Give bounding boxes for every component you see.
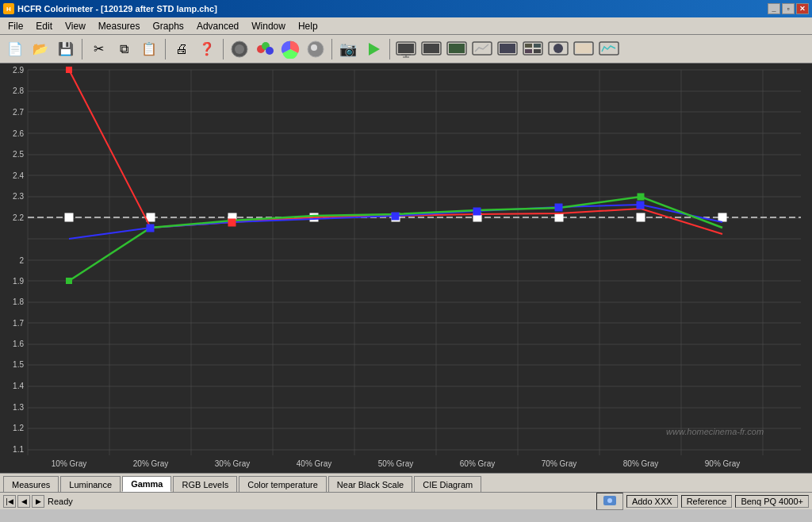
svg-text:2.8: 2.8 (13, 86, 24, 95)
tab-measures[interactable]: Measures (3, 476, 59, 492)
toolbar-color-wheel[interactable] (278, 38, 302, 60)
svg-text:1.5: 1.5 (13, 360, 24, 369)
svg-text:80% Gray: 80% Gray (623, 459, 658, 468)
svg-rect-20 (500, 44, 515, 53)
tab-cie[interactable]: CIE Diagram (414, 476, 481, 492)
toolbar-save[interactable]: 💾 (54, 38, 78, 60)
svg-rect-101 (147, 225, 154, 232)
svg-point-27 (553, 44, 563, 53)
colorimeter-icon (596, 493, 623, 510)
svg-rect-23 (534, 44, 541, 48)
toolbar-view-5[interactable] (496, 38, 519, 60)
svg-text:2.3: 2.3 (13, 192, 24, 201)
tab-gamma[interactable]: Gamma (122, 476, 171, 492)
toolbar-paste[interactable]: 📋 (137, 38, 161, 60)
menu-help[interactable]: Help (292, 17, 324, 34)
device-name: Benq PQ 4000+ (735, 495, 809, 508)
tab-luminance[interactable]: Luminance (60, 476, 121, 492)
toolbar-measure-disc[interactable] (228, 38, 251, 60)
graph-area: 2.9 2.8 2.7 2.6 2.5 2.4 2.3 2.2 2 1.9 1.… (0, 63, 812, 473)
tab-rgb-levels[interactable]: RGB Levels (173, 476, 237, 492)
menu-view[interactable]: View (59, 17, 92, 34)
toolbar-view-9[interactable] (597, 38, 621, 60)
svg-marker-8 (369, 43, 380, 56)
navigation-controls: |◀ ◀ ▶ (3, 495, 44, 508)
svg-text:www.homecinema-fr.com: www.homecinema-fr.com (666, 427, 764, 436)
svg-text:90% Gray: 90% Gray (705, 459, 740, 468)
svg-text:2: 2 (19, 256, 24, 265)
minimize-button[interactable]: _ (768, 3, 780, 14)
toolbar-camera[interactable]: 📷 (336, 38, 360, 60)
svg-rect-100 (638, 194, 644, 200)
toolbar-view-2[interactable] (419, 38, 443, 60)
toolbar-view-8[interactable] (572, 38, 596, 60)
svg-rect-90 (147, 213, 155, 221)
svg-point-7 (311, 44, 317, 51)
toolbar-new[interactable]: 📄 (3, 38, 27, 60)
menu-graphs[interactable]: Graphs (147, 17, 190, 34)
svg-text:60% Gray: 60% Gray (460, 459, 495, 468)
svg-rect-29 (576, 44, 592, 53)
nav-prev[interactable]: ◀ (17, 495, 30, 508)
svg-text:40% Gray: 40% Gray (297, 459, 331, 468)
maximize-button[interactable]: ▫ (782, 3, 795, 14)
svg-rect-104 (555, 204, 562, 211)
svg-text:1.2: 1.2 (13, 424, 24, 432)
nav-next[interactable]: ▶ (32, 495, 44, 508)
tab-color-temperature[interactable]: Color temperature (239, 476, 327, 492)
svg-rect-24 (525, 49, 532, 53)
graph-svg: 2.9 2.8 2.7 2.6 2.5 2.4 2.3 2.2 2 1.9 1.… (0, 63, 812, 473)
toolbar-view-1[interactable] (394, 38, 418, 60)
toolbar-grayscale[interactable] (304, 38, 327, 60)
toolbar-cut[interactable]: ✂ (86, 38, 110, 60)
app-icon: H (3, 3, 14, 14)
toolbar-sep-2 (165, 39, 166, 59)
toolbar-open[interactable]: 📂 (29, 38, 52, 60)
menu-window[interactable]: Window (245, 17, 292, 34)
status-text: Ready (48, 497, 593, 506)
toolbar-print[interactable]: 🖨 (170, 38, 193, 60)
svg-text:10% Gray: 10% Gray (52, 459, 86, 468)
svg-rect-99 (66, 278, 72, 284)
title-bar: H HCFR Colorimeter - [120129 after STD l… (0, 0, 812, 17)
status-right-panel: Addo XXX Reference Benq PQ 4000+ (596, 493, 809, 510)
toolbar-sep-4 (331, 39, 332, 59)
toolbar-help[interactable]: ❓ (195, 38, 219, 60)
svg-rect-103 (473, 208, 481, 215)
toolbar-view-6[interactable] (521, 38, 545, 60)
toolbar-rgb-balls[interactable] (253, 38, 277, 60)
svg-rect-105 (637, 202, 644, 209)
svg-text:2.7: 2.7 (13, 108, 24, 117)
svg-rect-22 (525, 44, 532, 48)
toolbar-sep-5 (389, 39, 390, 59)
toolbar-sep-3 (223, 39, 224, 59)
svg-text:1.9: 1.9 (13, 277, 24, 286)
menu-edit[interactable]: Edit (29, 17, 59, 34)
menu-advanced[interactable]: Advanced (190, 17, 245, 34)
svg-text:2.9: 2.9 (13, 66, 24, 75)
toolbar-view-3[interactable] (445, 38, 469, 60)
svg-text:2.6: 2.6 (13, 129, 24, 138)
toolbar-sep-1 (82, 39, 82, 59)
menu-measures[interactable]: Measures (92, 17, 147, 34)
svg-text:20% Gray: 20% Gray (133, 459, 168, 468)
svg-text:1.8: 1.8 (13, 297, 24, 306)
svg-rect-89 (65, 213, 73, 221)
svg-text:2.4: 2.4 (13, 171, 24, 180)
toolbar-copy[interactable]: ⧉ (112, 38, 136, 60)
toolbar-play[interactable] (362, 38, 385, 60)
menu-file[interactable]: File (2, 17, 29, 34)
svg-rect-10 (398, 44, 414, 53)
toolbar-view-4[interactable] (470, 38, 494, 60)
svg-rect-96 (637, 213, 645, 221)
window-controls: _ ▫ ✕ (768, 3, 809, 14)
tab-near-black[interactable]: Near Black Scale (328, 476, 412, 492)
svg-text:1.1: 1.1 (13, 445, 24, 454)
svg-text:1.4: 1.4 (13, 382, 24, 390)
tab-bar: Measures Luminance Gamma RGB Levels Colo… (0, 473, 812, 492)
menu-bar: File Edit View Measures Graphs Advanced … (0, 17, 812, 35)
close-button[interactable]: ✕ (796, 3, 809, 14)
toolbar-view-7[interactable] (546, 38, 570, 60)
nav-first[interactable]: |◀ (3, 495, 16, 508)
svg-text:1.3: 1.3 (13, 403, 24, 412)
